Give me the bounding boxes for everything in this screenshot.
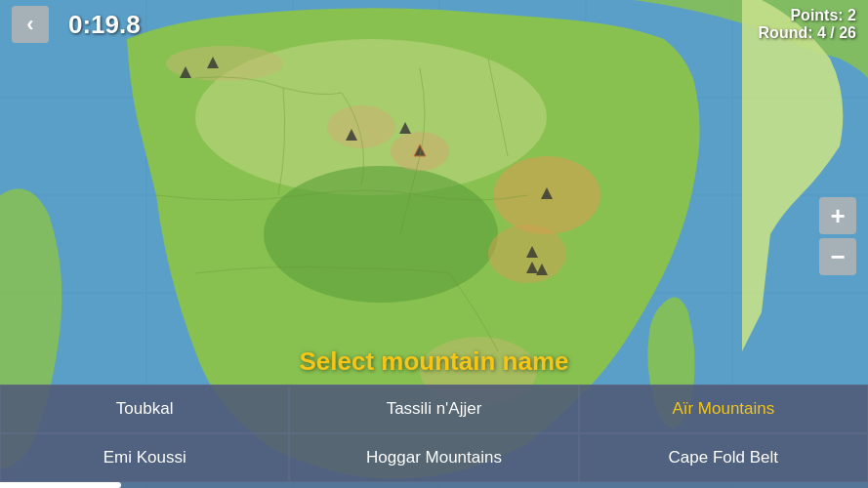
answer-button-tassili[interactable]: Tassili n'Ajjer: [289, 385, 578, 433]
question-text: Select mountain name: [0, 346, 868, 377]
points-display: Points: 2: [759, 7, 856, 24]
top-bar: ‹ 0:19.8 Points: 2 Round: 4 / 26: [0, 0, 868, 49]
round-display: Round: 4 / 26: [759, 24, 856, 42]
answer-button-cape[interactable]: Cape Fold Belt: [579, 433, 868, 482]
score-area: Points: 2 Round: 4 / 26: [759, 7, 856, 42]
svg-point-13: [488, 224, 566, 283]
back-button[interactable]: ‹: [12, 6, 49, 43]
zoom-in-button[interactable]: +: [819, 197, 856, 234]
map-container: ‹ 0:19.8 Points: 2 Round: 4 / 26 + − Sel…: [0, 0, 868, 488]
back-icon: ‹: [26, 12, 33, 37]
answer-button-emi[interactable]: Emi Koussi: [0, 433, 289, 482]
timer-display: 0:19.8: [68, 10, 141, 40]
svg-point-16: [327, 105, 395, 148]
progress-bar: [0, 482, 121, 488]
zoom-controls: + −: [819, 197, 856, 275]
bottom-panel: Select mountain name Toubkal Tassili n'A…: [0, 341, 868, 488]
answer-button-toubkal[interactable]: Toubkal: [0, 385, 289, 433]
answer-button-air[interactable]: Aïr Mountains: [579, 385, 868, 433]
answer-grid: Toubkal Tassili n'Ajjer Aïr Mountains Em…: [0, 385, 868, 482]
answer-button-hoggar[interactable]: Hoggar Mountains: [289, 433, 578, 482]
svg-point-11: [264, 166, 498, 303]
zoom-out-button[interactable]: −: [819, 238, 856, 275]
progress-bar-container: [0, 482, 868, 488]
